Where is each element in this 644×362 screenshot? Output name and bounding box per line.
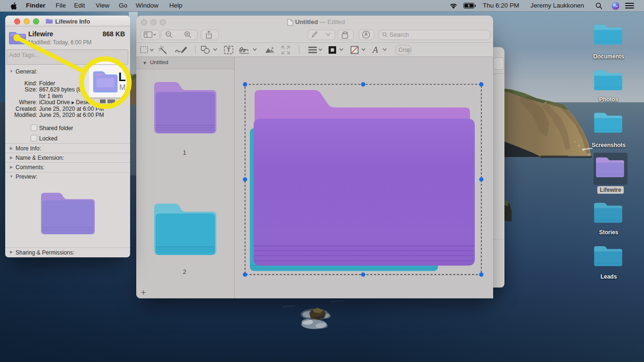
svg-text:A: A [372,45,378,54]
svg-text:T: T [227,47,231,53]
